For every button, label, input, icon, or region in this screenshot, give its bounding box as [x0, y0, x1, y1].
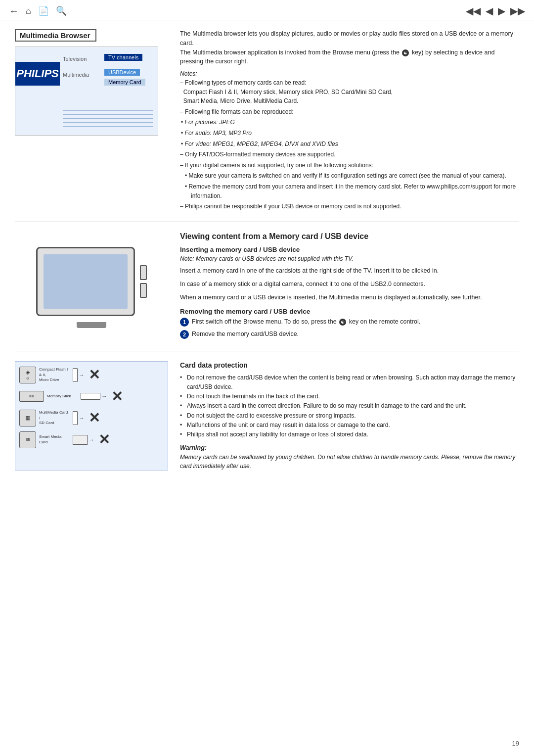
- x-mark-4: ✕: [98, 431, 110, 448]
- card-label-4: Smart MediaCard: [39, 434, 69, 445]
- card-insert-2: →: [81, 393, 107, 400]
- body-text-insert1: Insert a memory card in one of the cards…: [180, 266, 519, 276]
- tv-stand: [77, 322, 106, 328]
- bullet-2: Do not touch the terminals on the back o…: [180, 392, 519, 401]
- card-label-2: Memory Stick: [47, 394, 77, 399]
- card-slot-multimedia: ▦: [19, 410, 36, 426]
- x-mark-2: ✕: [111, 388, 123, 405]
- card-slot-memorystick: ≡≡: [19, 391, 44, 402]
- body-text-insert2: In case of a memory stick or a digital c…: [180, 280, 519, 289]
- bullet-3: Always insert a card in the correct dire…: [180, 401, 519, 411]
- section1-title: Multimedia Browser: [15, 29, 96, 42]
- note-item-1: Following types of memory cards can be r…: [180, 78, 519, 106]
- viewing-content-section: Viewing content from a Memory card / USB…: [15, 232, 519, 351]
- step-1-text: First switch off the Browse menu. To do …: [192, 317, 420, 327]
- x-mark-1: ✕: [89, 367, 100, 383]
- section3-title: Card data protection: [180, 361, 519, 369]
- step-2-text: Remove the memory card/USB device.: [192, 330, 299, 339]
- browse-icon: ☯: [402, 49, 409, 56]
- left-panel-section1: Multimedia Browser PHILIPS Television Mu…: [15, 29, 168, 213]
- bullet-5: Malfunctions of the unit or card may res…: [180, 421, 519, 430]
- back-arrow-icon[interactable]: ←: [9, 5, 19, 17]
- card-insert-4: →: [73, 435, 94, 445]
- document-icon[interactable]: 📄: [38, 5, 49, 16]
- card-row-1: ◈ ⊙ Compact Flash I & II,Micro Drive → ✕: [19, 367, 164, 383]
- menu-usbdevice: USBDevice: [104, 69, 140, 76]
- browser-mockup: PHILIPS Television Multimedia TV channel…: [15, 47, 158, 136]
- bullet-1: Do not remove the card/USB device when t…: [180, 373, 519, 392]
- notes-list: Following types of memory cards can be r…: [180, 78, 519, 211]
- card-slot-smartmedia: ≋: [19, 431, 36, 448]
- note-item-8: Make sure your camera is switched on and…: [180, 171, 519, 181]
- card-row-2: ≡≡ Memory Stick → ✕: [19, 388, 164, 405]
- page-number: 19: [512, 740, 519, 747]
- card-row-3: ▦ MultiMedia Card /SD Card → ✕: [19, 410, 164, 426]
- card-row-4: ≋ Smart MediaCard → ✕: [19, 431, 164, 448]
- browse-icon-2: ☯: [339, 319, 346, 326]
- section2-right: Viewing content from a Memory card / USB…: [180, 232, 519, 342]
- note-item-10: Philips cannot be responsible if your US…: [180, 202, 519, 211]
- multimedia-browser-section: Multimedia Browser PHILIPS Television Mu…: [15, 29, 519, 222]
- toolbar-left: ← ⌂ 📄 🔍: [9, 5, 67, 17]
- right-panel-section1: The Multimedia browser lets you display …: [180, 29, 519, 213]
- step-2-number: 2: [180, 330, 189, 339]
- home-icon[interactable]: ⌂: [26, 6, 31, 16]
- note-item-7: If your digital camera is not supported,…: [180, 161, 519, 170]
- desc-text-1: The Multimedia browser lets you display …: [180, 29, 519, 66]
- search-icon[interactable]: 🔍: [56, 5, 67, 16]
- note-item-3: For pictures: JPEG: [180, 118, 519, 127]
- section3-right: Card data protection Do not remove the c…: [180, 361, 519, 471]
- tv-front: [36, 247, 135, 316]
- step-1: 1 First switch off the Browse menu. To d…: [180, 317, 519, 327]
- skip-forward-icon[interactable]: ▶▶: [510, 5, 525, 17]
- menu-tvchannels: TV channels: [104, 54, 142, 61]
- notes-label: Notes:: [180, 70, 519, 77]
- prev-icon[interactable]: ◀: [486, 5, 493, 17]
- step-1-number: 1: [180, 318, 189, 327]
- next-icon[interactable]: ▶: [498, 5, 505, 17]
- tv-image-area: [15, 232, 168, 342]
- tv-slot-1: [140, 265, 147, 280]
- menu-television: Television: [63, 56, 87, 62]
- tv-with-side: [36, 247, 147, 316]
- card-insert-1: →: [73, 368, 85, 382]
- tv-slot-2: [140, 283, 147, 298]
- toolbar-right: ◀◀ ◀ ▶ ▶▶: [466, 5, 525, 17]
- note-item-9: Remove the memory card from your camera …: [180, 182, 519, 200]
- skip-back-icon[interactable]: ◀◀: [466, 5, 481, 17]
- card-protection-section: ◈ ⊙ Compact Flash I & II,Micro Drive → ✕…: [15, 361, 519, 471]
- tv-screen: [44, 254, 128, 309]
- menu-multimedia: Multimedia: [63, 72, 89, 78]
- menu-memorycard: Memory Card: [104, 79, 145, 86]
- warning-label: Warning:: [180, 444, 519, 451]
- card-label-3: MultiMedia Card /SD Card: [39, 410, 69, 425]
- section2-title: Viewing content from a Memory card / USB…: [180, 232, 519, 241]
- card-insert-3: →: [73, 411, 85, 425]
- toolbar: ← ⌂ 📄 🔍 ◀◀ ◀ ▶ ▶▶: [0, 0, 534, 20]
- bullet-6: Philips shall not accept any liability f…: [180, 430, 519, 439]
- tv-side: [140, 265, 147, 298]
- card-slot-compactflash: ◈ ⊙: [19, 367, 36, 383]
- body-text-insert3: When a memory card or a USB device is in…: [180, 293, 519, 302]
- note-item-5: For video: MPEG1, MPEG2, MPEG4, DIVX and…: [180, 140, 519, 149]
- subsection2-title: Removing the memory card / USB device: [180, 308, 519, 315]
- x-mark-3: ✕: [89, 410, 100, 426]
- subsection1-note: Note: Memory cards or USB devices are no…: [180, 255, 519, 262]
- note-item-6: Only FAT/DOS-formatted memory devices ar…: [180, 150, 519, 159]
- card-label-1: Compact Flash I & II,Micro Drive: [39, 367, 69, 382]
- menu-lines: [63, 110, 153, 130]
- card-images-area: ◈ ⊙ Compact Flash I & II,Micro Drive → ✕…: [15, 361, 168, 471]
- protection-bullets: Do not remove the card/USB device when t…: [180, 373, 519, 439]
- philips-logo: PHILIPS: [15, 62, 60, 86]
- note-item-2: Following file formats can be reproduced…: [180, 107, 519, 117]
- bullet-4: Do not subject the card to excessive pre…: [180, 411, 519, 421]
- warning-text: Memory cards can be swallowed by young c…: [180, 453, 519, 471]
- note-item-4: For audio: MP3, MP3 Pro: [180, 129, 519, 138]
- step-2: 2 Remove the memory card/USB device.: [180, 330, 519, 339]
- main-content: Multimedia Browser PHILIPS Television Mu…: [0, 20, 534, 479]
- subsection1-title: Inserting a memory card / USB device: [180, 246, 519, 253]
